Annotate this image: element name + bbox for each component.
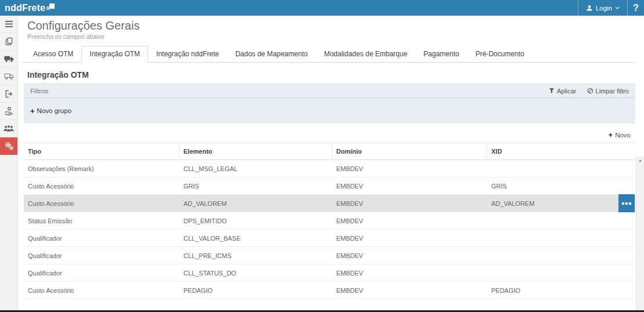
- table-scrollbar[interactable]: ▲: [636, 157, 644, 310]
- main-content: Configurações Gerais Preencha os campos …: [18, 16, 644, 310]
- table-row[interactable]: Custo Acessório GRIS EMBDEV GRIS: [24, 177, 635, 195]
- mapping-table: Tipo Elemento Domínio XID Observações (R…: [24, 143, 635, 299]
- tab-acesso-otm[interactable]: Acesso OTM: [25, 46, 81, 63]
- hand-coin-icon: [4, 107, 14, 115]
- filters-panel: Filtros Aplicar Limpar filtr: [24, 84, 635, 124]
- column-header-tipo: Tipo: [24, 143, 179, 159]
- help-button[interactable]: ?: [628, 0, 644, 16]
- new-record-button[interactable]: + Novo: [609, 131, 631, 139]
- login-label: Login: [596, 5, 612, 12]
- login-menu[interactable]: Login: [578, 0, 628, 16]
- sidebar-item-documents[interactable]: [0, 33, 17, 50]
- app-logo-text: nddFrete: [5, 3, 45, 13]
- hamburger-icon: [5, 21, 13, 27]
- sidebar-item-settings[interactable]: [0, 137, 17, 155]
- new-group-button[interactable]: + Novo grupo: [30, 107, 71, 115]
- truck-outline-icon: [4, 72, 14, 80]
- column-header-xid: XID: [487, 143, 635, 159]
- person-icon: [586, 5, 593, 12]
- sidebar-item-users[interactable]: [0, 120, 17, 137]
- ellipsis-icon: [629, 202, 631, 205]
- logout-icon: [5, 90, 13, 98]
- sidebar-item-exit[interactable]: [0, 85, 17, 103]
- plus-icon: +: [30, 107, 35, 115]
- sidebar: [0, 16, 18, 310]
- sidebar-item-truck[interactable]: [0, 50, 17, 68]
- tab-integracao-nddfrete[interactable]: Integração nddFrete: [148, 46, 227, 63]
- ellipsis-icon: [622, 202, 624, 205]
- documents-icon: [5, 37, 13, 46]
- clear-filter-icon: [587, 88, 593, 94]
- ellipsis-icon: [625, 202, 628, 205]
- ndd-logo-mark-icon: [46, 3, 55, 13]
- table-row[interactable]: Status Emissão DPS_EMITIDO EMBDEV: [24, 212, 635, 230]
- tab-integracao-otm[interactable]: Integração OTM: [81, 46, 148, 63]
- top-bar: nddFrete Login ?: [0, 0, 644, 16]
- section-title: Integração OTM: [27, 70, 635, 79]
- row-actions-button[interactable]: [618, 194, 635, 212]
- table-row[interactable]: Qualificador CLL_VALOR_BASE EMBDEV: [24, 230, 635, 247]
- table-header: Tipo Elemento Domínio XID: [24, 143, 635, 160]
- help-icon: ?: [633, 3, 639, 13]
- table-row[interactable]: Custo Acessório PEDAGIO EMBDEV PEDAGIO: [24, 282, 635, 299]
- page-title: Configurações Gerais: [27, 19, 635, 32]
- app-window: nddFrete Login ?: [0, 0, 644, 312]
- gears-icon: [4, 141, 14, 151]
- filters-title: Filtros: [30, 88, 48, 95]
- chevron-down-icon: [615, 6, 620, 10]
- column-header-dominio: Domínio: [332, 143, 487, 159]
- app-logo[interactable]: nddFrete: [5, 0, 55, 16]
- tab-pre-documento[interactable]: Pré-Documento: [467, 46, 533, 63]
- sidebar-item-truck-outline[interactable]: [0, 68, 17, 85]
- apply-filter-button[interactable]: Aplicar: [549, 88, 577, 95]
- table-row[interactable]: Qualificador CLL_PRE_ICMS EMBDEV: [24, 247, 635, 264]
- table-row[interactable]: Qualificador CLL_STATUS_DO EMBDEV: [24, 264, 635, 282]
- sidebar-item-menu[interactable]: [0, 16, 17, 33]
- table-row-selected[interactable]: Custo Acessório AD_VALOREM EMBDEV AD_VAL…: [24, 195, 635, 212]
- users-icon: [3, 125, 14, 132]
- table-row[interactable]: Observações (Remark) CLL_MSG_LEGAL EMBDE…: [24, 160, 635, 177]
- tab-pagamento[interactable]: Pagamento: [415, 46, 467, 63]
- clear-filter-button[interactable]: Limpar filtro: [587, 88, 629, 95]
- plus-icon: +: [609, 131, 613, 139]
- tab-bar: Acesso OTM Integração OTM Integração ndd…: [21, 46, 635, 63]
- page-subtitle: Preencha os campos abaixo: [27, 33, 635, 40]
- filter-funnel-icon: [549, 88, 555, 94]
- truck-icon: [4, 55, 14, 63]
- tab-dados-de-mapeamento[interactable]: Dados de Mapeamento: [227, 46, 316, 63]
- tab-modalidades-de-embarque[interactable]: Modalidades de Embarque: [316, 46, 415, 63]
- column-header-elemento: Elemento: [179, 143, 332, 159]
- scroll-up-icon[interactable]: ▲: [636, 157, 644, 162]
- sidebar-item-payment[interactable]: [0, 103, 17, 120]
